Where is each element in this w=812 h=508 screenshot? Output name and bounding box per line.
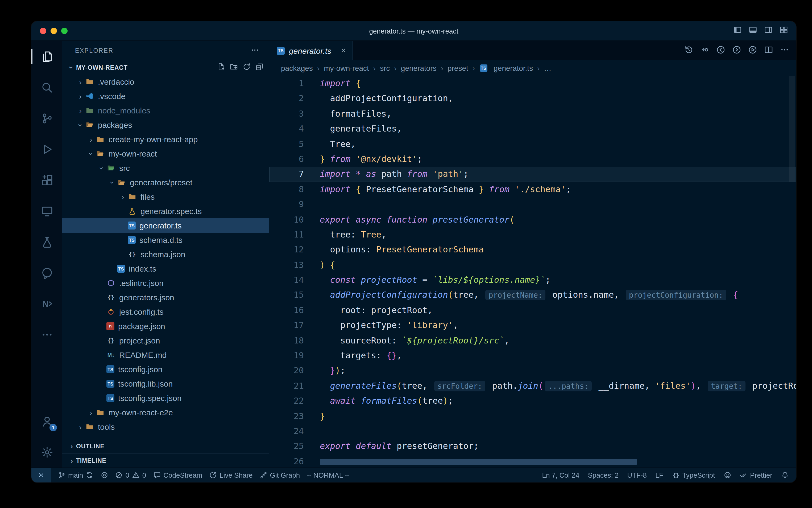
code-line-18[interactable]: 18 sourceRoot: `${projectRoot}/src`,: [269, 333, 796, 348]
tree-item--vscode[interactable]: .vscode: [62, 89, 269, 103]
code-line-14[interactable]: 14 const projectRoot = `libs/${options.n…: [269, 272, 796, 288]
code-line-19[interactable]: 19 targets: {},: [269, 348, 796, 364]
titlebar[interactable]: generator.ts — my-own-react: [32, 21, 796, 41]
toggle-secondary-sidebar-button[interactable]: [764, 26, 773, 36]
timeline-history-button[interactable]: [684, 45, 694, 56]
activity-bar-additional-views[interactable]: [32, 319, 62, 350]
status-git-branch[interactable]: main: [58, 468, 93, 482]
status-cursor-position[interactable]: Ln 7, Col 24: [542, 471, 579, 479]
tree-item-tsconfig-spec-json[interactable]: TStsconfig.spec.json: [62, 391, 269, 405]
code-line-21[interactable]: 21 generateFiles(tree, srcFolder: path.j…: [269, 379, 796, 394]
tree-item--eslintrc-json[interactable]: .eslintrc.json: [62, 276, 269, 290]
activity-bar-testing[interactable]: [32, 226, 62, 257]
tree-item--verdaccio[interactable]: .verdaccio: [62, 75, 269, 89]
toggle-primary-sidebar-button[interactable]: [733, 26, 742, 36]
refresh-explorer-button[interactable]: [243, 63, 251, 72]
code-line-13[interactable]: 13) {: [269, 257, 796, 272]
status-feedback[interactable]: [723, 471, 731, 479]
status-encoding[interactable]: UTF-8: [627, 471, 647, 479]
code-line-2[interactable]: 2 addProjectConfiguration,: [269, 91, 796, 107]
activity-bar-nx-console[interactable]: N: [32, 288, 62, 319]
split-editor-button[interactable]: [764, 45, 773, 56]
customize-layout-button[interactable]: [779, 26, 788, 36]
code-editor[interactable]: 1import {2 addProjectConfiguration,3 for…: [269, 76, 796, 468]
code-line-1[interactable]: 1import {: [269, 76, 796, 91]
tree-item-schema-json[interactable]: {}schema.json: [62, 247, 269, 261]
code-line-17[interactable]: 17 projectType: 'library',: [269, 318, 796, 333]
tree-item-files[interactable]: files: [62, 189, 269, 204]
tree-item-schema-d-ts[interactable]: TSschema.d.ts: [62, 233, 269, 247]
status-prettier[interactable]: Prettier: [739, 471, 772, 479]
open-changes-button[interactable]: [700, 45, 709, 56]
code-line-12[interactable]: 12 options: PresetGeneratorSchema: [269, 243, 796, 258]
code-line-22[interactable]: 22 await formatFiles(tree);: [269, 393, 796, 409]
tree-item-create-my-own-react-app[interactable]: create-my-own-react-app: [62, 132, 269, 146]
tab-generator-ts[interactable]: TS generator.ts ×: [269, 41, 353, 60]
collapse-folders-button[interactable]: [255, 63, 264, 72]
tree-item-node-modules[interactable]: node_modules: [62, 103, 269, 118]
activity-bar-extensions[interactable]: [32, 165, 62, 196]
tree-item-tools[interactable]: tools: [62, 420, 269, 434]
activity-bar-run-and-debug[interactable]: [32, 134, 62, 165]
views-more-actions-button[interactable]: [251, 46, 259, 55]
breadcrumb-item-my-own-react[interactable]: my-own-react: [324, 64, 369, 73]
code-line-16[interactable]: 16 root: projectRoot,: [269, 303, 796, 318]
activity-bar-accounts[interactable]: 1: [32, 406, 62, 437]
code-line-9[interactable]: 9: [269, 197, 796, 212]
vertical-scrollbar[interactable]: [789, 76, 795, 181]
timeline-section[interactable]: TIMELINE: [62, 453, 269, 468]
code-line-8[interactable]: 8import { PresetGeneratorSchema } from '…: [269, 182, 796, 197]
run-file-button[interactable]: [748, 45, 757, 56]
tree-item-my-own-react[interactable]: my-own-react: [62, 146, 269, 161]
code-line-23[interactable]: 23}: [269, 409, 796, 424]
tree-item-generators-preset[interactable]: generators/preset: [62, 175, 269, 189]
minimize-window-button[interactable]: [51, 28, 57, 34]
code-line-3[interactable]: 3 formatFiles,: [269, 107, 796, 122]
code-line-11[interactable]: 11 tree: Tree,: [269, 227, 796, 243]
new-folder-button[interactable]: [230, 63, 238, 72]
breadcrumb-symbol-placeholder[interactable]: …: [544, 64, 551, 73]
code-line-5[interactable]: 5 Tree,: [269, 137, 796, 152]
status-indentation[interactable]: Spaces: 2: [588, 471, 619, 479]
status-gitlens[interactable]: [100, 468, 108, 482]
tree-item-readme-md[interactable]: M↓README.md: [62, 348, 269, 362]
breadcrumb-item-preset[interactable]: preset: [447, 64, 468, 73]
code-line-24[interactable]: 24: [269, 424, 796, 439]
more-editor-actions-button[interactable]: [780, 45, 789, 56]
tree-item-generator-ts[interactable]: TSgenerator.ts: [62, 218, 269, 233]
code-line-15[interactable]: 15 addProjectConfiguration(tree, project…: [269, 288, 796, 303]
breadcrumb-item-src[interactable]: src: [380, 64, 390, 73]
tree-item-generators-json[interactable]: {}generators.json: [62, 290, 269, 305]
status-codestream[interactable]: CodeStream: [153, 468, 202, 482]
tree-item-tsconfig-lib-json[interactable]: TStsconfig.lib.json: [62, 377, 269, 391]
tree-item-tsconfig-json[interactable]: TStsconfig.json: [62, 362, 269, 377]
activity-bar-search[interactable]: [32, 72, 62, 103]
status-vim-mode[interactable]: -- NORMAL --: [307, 468, 349, 482]
zoom-window-button[interactable]: [61, 28, 67, 34]
activity-bar-explorer[interactable]: [32, 41, 62, 72]
breadcrumb-file[interactable]: TSgenerator.ts: [479, 64, 533, 73]
activity-bar-codestream[interactable]: [32, 257, 62, 288]
code-line-20[interactable]: 20 });: [269, 364, 796, 379]
code-line-10[interactable]: 10export async function presetGenerator(: [269, 212, 796, 227]
activity-bar-manage[interactable]: [32, 437, 62, 468]
workspace-section-header[interactable]: MY-OWN-REACT: [62, 60, 269, 75]
tree-item-generator-spec-ts[interactable]: generator.spec.ts: [62, 204, 269, 218]
activity-bar-source-control[interactable]: [32, 103, 62, 134]
breadcrumb-item-packages[interactable]: packages: [281, 64, 313, 73]
code-line-4[interactable]: 4 generateFiles,: [269, 121, 796, 137]
close-tab-icon[interactable]: ×: [341, 46, 346, 55]
tree-item-packages[interactable]: packages: [62, 118, 269, 132]
status-language-mode[interactable]: {}TypeScript: [672, 471, 715, 479]
tree-item-package-json[interactable]: npackage.json: [62, 319, 269, 333]
activity-bar-remote-explorer[interactable]: [32, 196, 62, 226]
outline-section[interactable]: OUTLINE: [62, 439, 269, 453]
next-change-button[interactable]: [732, 45, 741, 56]
breadcrumb-item-generators[interactable]: generators: [401, 64, 437, 73]
tree-item-jest-config-ts[interactable]: jest.config.ts: [62, 305, 269, 319]
tree-item-project-json[interactable]: {}project.json: [62, 333, 269, 348]
previous-change-button[interactable]: [716, 45, 725, 56]
status-remote[interactable]: [32, 468, 51, 482]
status-problems[interactable]: 00: [115, 468, 146, 482]
status-live-share[interactable]: Live Share: [209, 468, 252, 482]
